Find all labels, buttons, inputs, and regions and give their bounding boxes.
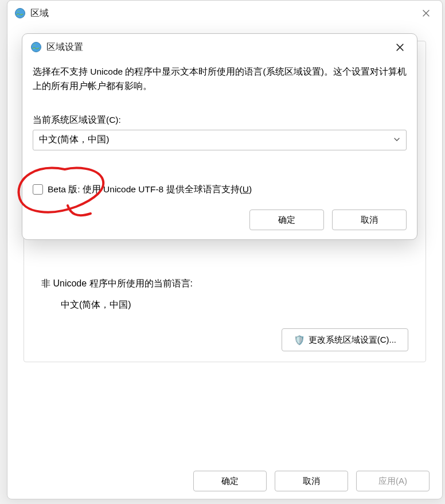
modal-titlebar: 区域设置 xyxy=(22,34,417,60)
non-unicode-label: 非 Unicode 程序中所使用的当前语言: xyxy=(41,278,408,290)
change-locale-label: 更改系统区域设置(C)... xyxy=(309,335,396,346)
shield-icon: 🛡️ xyxy=(294,335,305,346)
modal-cancel-button[interactable]: 取消 xyxy=(332,210,407,230)
ok-button[interactable]: 确定 xyxy=(193,471,267,491)
utf8-checkbox-row: Beta 版: 使用 Unicode UTF-8 提供全球语言支持(U) xyxy=(33,184,407,196)
modal-ok-button[interactable]: 确定 xyxy=(249,210,324,230)
utf8-checkbox[interactable] xyxy=(33,184,43,195)
globe-icon xyxy=(14,7,26,19)
modal-body: 选择在不支持 Unicode 的程序中显示文本时所使用的语言(系统区域设置)。这… xyxy=(22,60,417,203)
parent-footer: 确定 取消 应用(A) xyxy=(7,463,442,499)
region-settings-dialog: 区域设置 选择在不支持 Unicode 的程序中显示文本时所使用的语言(系统区域… xyxy=(22,33,417,240)
parent-title: 区域 xyxy=(30,7,49,20)
modal-close-button[interactable] xyxy=(388,38,411,56)
svg-point-0 xyxy=(15,9,25,18)
modal-description: 选择在不支持 Unicode 的程序中显示文本时所使用的语言(系统区域设置)。这… xyxy=(33,65,407,94)
globe-icon xyxy=(30,41,42,53)
svg-point-1 xyxy=(32,42,41,52)
utf8-checkbox-label[interactable]: Beta 版: 使用 Unicode UTF-8 提供全球语言支持(U) xyxy=(48,184,252,196)
close-button[interactable] xyxy=(413,4,439,22)
non-unicode-value: 中文(简体，中国) xyxy=(61,299,408,311)
parent-titlebar: 区域 xyxy=(7,1,442,26)
locale-select[interactable]: 中文(简体，中国) xyxy=(33,130,407,150)
apply-button: 应用(A) xyxy=(356,471,430,491)
chevron-down-icon xyxy=(393,135,400,145)
locale-select-value: 中文(简体，中国) xyxy=(39,134,109,146)
modal-footer: 确定 取消 xyxy=(249,210,407,230)
modal-title: 区域设置 xyxy=(46,41,83,53)
change-locale-button[interactable]: 🛡️ 更改系统区域设置(C)... xyxy=(282,328,408,351)
current-locale-label: 当前系统区域设置(C): xyxy=(33,114,407,126)
cancel-button[interactable]: 取消 xyxy=(275,471,348,491)
